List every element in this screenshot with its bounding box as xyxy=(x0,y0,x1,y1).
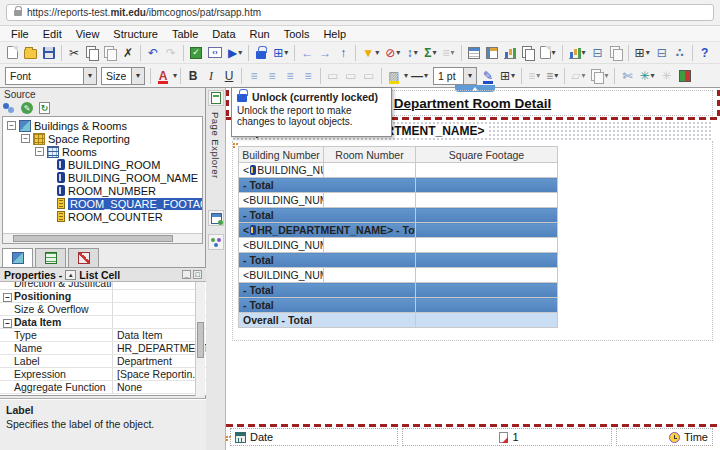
collapse-icon[interactable]: − xyxy=(21,134,30,143)
master-detail-button[interactable]: ⊟ xyxy=(590,44,606,62)
menu-table[interactable]: Table xyxy=(165,28,205,40)
cell-total-label[interactable]: Overall - Total xyxy=(239,313,416,328)
cell-square-footage[interactable] xyxy=(416,163,558,178)
cell-total-label[interactable]: - Total xyxy=(239,298,416,313)
apply-style-button[interactable]: ▾ xyxy=(589,67,610,85)
decrease-indent-button[interactable]: ≡▾ xyxy=(526,67,542,85)
parent-button[interactable]: ↑ xyxy=(335,44,351,62)
cell-total-value[interactable] xyxy=(416,313,558,328)
layout-paste-button[interactable]: ⊞▾ xyxy=(271,44,290,62)
clone-button[interactable] xyxy=(608,44,624,62)
column-header-room-number[interactable]: Room Number xyxy=(324,147,416,163)
property-group-positioning[interactable]: −Positioning xyxy=(0,290,206,303)
menu-structure[interactable]: Structure xyxy=(106,28,165,40)
scrollbar-thumb[interactable] xyxy=(13,235,173,242)
report-structure-button[interactable]: ∴ xyxy=(672,44,688,62)
tree-node-folder[interactable]: −Rooms xyxy=(5,145,202,158)
cell-square-footage[interactable] xyxy=(416,193,558,208)
lock-toggle-button[interactable] xyxy=(253,44,269,62)
menu-edit[interactable]: Edit xyxy=(36,28,69,40)
save-button[interactable] xyxy=(41,44,57,62)
select-ancestor-button[interactable]: ▴ xyxy=(65,270,76,280)
margin-button[interactable]: ▭ xyxy=(325,67,341,85)
edit-package-icon[interactable]: ✎ xyxy=(21,102,33,114)
insert-crosstab-button[interactable] xyxy=(484,44,500,62)
cell-square-footage[interactable] xyxy=(416,268,558,283)
cell-building-number[interactable]: <BUILDING_NUMBER> xyxy=(239,268,324,283)
cell-total-value[interactable] xyxy=(416,223,558,238)
pane-restore-button[interactable]: □ xyxy=(193,270,202,279)
cell-room-number[interactable] xyxy=(324,238,416,253)
address-bar[interactable]: https://reports-test.mit.edu/ibmcognos/p… xyxy=(6,4,714,21)
tree-node-package[interactable]: −Buildings & Rooms xyxy=(5,119,202,132)
linked-package-icon[interactable] xyxy=(3,103,15,113)
run-report-button[interactable]: ▶▾ xyxy=(226,44,244,62)
pane-minimize-button[interactable]: _ xyxy=(182,270,191,279)
insert-list-button[interactable] xyxy=(466,44,482,62)
property-row-type[interactable]: TypeData Item xyxy=(0,329,206,342)
property-row[interactable]: Size & Overflow xyxy=(0,303,206,316)
cell-total-label[interactable]: - Total xyxy=(239,253,416,268)
pick-style-button[interactable]: ▱▾ xyxy=(569,67,587,85)
background-color-button[interactable]: ▨ xyxy=(386,67,402,85)
footer-time-cell[interactable]: Time xyxy=(616,428,713,446)
tree-item-building-room-name[interactable]: BUILDING_ROOM_NAME xyxy=(5,171,202,184)
increase-indent-button[interactable]: ≡▾ xyxy=(544,67,560,85)
tab-toolbox[interactable] xyxy=(68,248,99,267)
bold-button[interactable]: B xyxy=(185,67,201,85)
tab-source[interactable] xyxy=(2,248,33,267)
report-canvas[interactable]: Department Room Detail Department: <HR_D… xyxy=(226,88,720,450)
cell-square-footage[interactable] xyxy=(416,238,558,253)
menu-file[interactable]: File xyxy=(4,28,36,40)
insert-chart-button[interactable] xyxy=(502,44,518,62)
tree-node-namespace[interactable]: −Space Reporting xyxy=(5,132,202,145)
font-size-combo[interactable]: Size▾ xyxy=(101,67,145,85)
cell-total-value[interactable] xyxy=(416,298,558,313)
tree-item-room-square-footage[interactable]: ROOM_SQUARE_FOOTAGE xyxy=(5,197,202,210)
aggregate-button[interactable]: Σ▾ xyxy=(422,44,438,62)
html-source-button[interactable] xyxy=(677,67,693,85)
column-header-square-footage[interactable]: Square Footage xyxy=(416,147,558,163)
chart-type-button[interactable]: ▾ xyxy=(567,44,588,62)
insert-table-button[interactable]: ⊞▾ xyxy=(633,44,652,62)
italic-button[interactable]: I xyxy=(203,67,219,85)
property-row-expression[interactable]: Expression[Space Reportin... xyxy=(0,368,206,381)
condition-explorer-button[interactable] xyxy=(208,234,224,250)
font-family-combo[interactable]: Font▾ xyxy=(5,67,97,85)
sort-button[interactable]: ↕▾ xyxy=(404,44,420,62)
section-button[interactable]: ≡▾ xyxy=(441,44,457,62)
insert-block-button[interactable]: ▾ xyxy=(538,44,558,62)
cell-room-number[interactable] xyxy=(324,193,416,208)
column-header-building-number[interactable]: Building Number xyxy=(239,147,324,163)
tree-item-building-room[interactable]: BUILDING_ROOM xyxy=(5,158,202,171)
properties-scrollbar[interactable] xyxy=(195,282,205,396)
align-left-button[interactable]: ≡ xyxy=(246,67,262,85)
tab-data-items[interactable] xyxy=(35,248,66,267)
headers-footers-button[interactable]: ⊟ xyxy=(654,44,670,62)
scrollbar-thumb[interactable] xyxy=(197,322,204,358)
page-explorer-button[interactable] xyxy=(208,90,224,106)
filter-button[interactable]: ▼▾ xyxy=(360,44,381,62)
cell-building-number[interactable]: <BUILDING_NUMBER> xyxy=(239,193,324,208)
property-row[interactable]: Direction & Justification xyxy=(0,282,206,290)
clear-style-button[interactable]: ✄ xyxy=(619,67,635,85)
cell-total-label[interactable]: - Total xyxy=(239,283,416,298)
property-row-name[interactable]: NameHR_DEPARTMENT xyxy=(0,342,206,355)
spacing-button[interactable]: ▭ xyxy=(361,67,377,85)
cell-total-label[interactable]: <HR_DEPARTMENT_NAME> - Total xyxy=(239,223,416,238)
cell-total-value[interactable] xyxy=(416,208,558,223)
font-color-button[interactable]: A xyxy=(155,67,171,85)
suppress-button[interactable]: ⊘▾ xyxy=(383,44,402,62)
padding-button[interactable]: ▭ xyxy=(343,67,359,85)
cell-building-number[interactable]: <BUILDING_NUMBER> xyxy=(239,238,324,253)
font-color-caret-icon[interactable]: ▾ xyxy=(173,71,177,80)
menu-help[interactable]: Help xyxy=(316,28,353,40)
query-explorer-button[interactable] xyxy=(208,210,224,226)
cell-total-value[interactable] xyxy=(416,178,558,193)
new-report-button[interactable] xyxy=(4,44,20,62)
paste-button[interactable] xyxy=(102,44,118,62)
menu-run[interactable]: Run xyxy=(243,28,277,40)
open-button[interactable] xyxy=(22,44,39,62)
validate-report-button[interactable]: ✓ xyxy=(188,44,204,62)
collapse-icon[interactable]: − xyxy=(3,293,12,302)
